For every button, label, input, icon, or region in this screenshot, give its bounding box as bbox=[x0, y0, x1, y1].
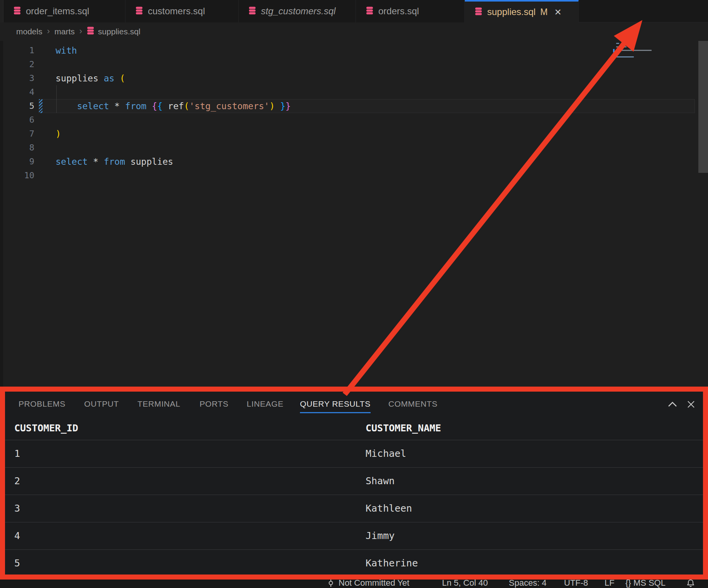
line-number: 1 bbox=[0, 44, 34, 57]
editor-tab-stg_customers-sql[interactable]: stg_customers.sql bbox=[239, 0, 356, 22]
database-icon bbox=[87, 27, 94, 37]
table-cell: Katherine bbox=[366, 549, 418, 577]
code-token: } bbox=[280, 101, 286, 111]
panel-tab-problems[interactable]: PROBLEMS bbox=[19, 392, 66, 416]
code-token: select bbox=[56, 157, 88, 167]
bottom-panel: PROBLEMSOUTPUTTERMINALPORTSLINEAGEQUERY … bbox=[0, 387, 708, 580]
row-separator bbox=[0, 467, 708, 468]
code-token: * bbox=[88, 157, 104, 167]
minimap-line bbox=[616, 46, 627, 47]
table-cell: 4 bbox=[14, 522, 20, 549]
tab-bar-edge bbox=[0, 0, 3, 22]
scrollbar-thumb[interactable] bbox=[698, 41, 708, 173]
tab-label: order_items.sql bbox=[26, 6, 89, 17]
code-token: supplies bbox=[125, 157, 173, 167]
table-cell: Kathleen bbox=[366, 495, 412, 522]
code-token: ( bbox=[120, 73, 125, 83]
panel-tab-comments[interactable]: COMMENTS bbox=[388, 392, 437, 416]
code-token: from bbox=[125, 101, 146, 111]
row-separator bbox=[0, 522, 708, 522]
minimap-line bbox=[616, 50, 652, 51]
code-token: } bbox=[286, 101, 291, 111]
code-token bbox=[56, 101, 77, 111]
editor-tab-customers-sql[interactable]: customers.sql bbox=[125, 0, 239, 22]
code-token: from bbox=[104, 157, 125, 167]
tab-label: orders.sql bbox=[378, 6, 419, 17]
bell-icon bbox=[686, 579, 695, 588]
code-token: ) bbox=[269, 101, 275, 111]
panel-tab-lineage[interactable]: LINEAGE bbox=[247, 392, 283, 416]
code-token: { bbox=[157, 101, 163, 111]
panel-tab-query-results[interactable]: QUERY RESULTS bbox=[300, 392, 371, 416]
tab-label: stg_customers.sql bbox=[261, 6, 335, 17]
database-icon bbox=[366, 7, 373, 16]
modified-badge: M bbox=[540, 7, 547, 17]
table-cell: 3 bbox=[14, 495, 20, 522]
minimap-line bbox=[616, 53, 617, 54]
row-separator bbox=[0, 549, 708, 550]
chevron-up-icon[interactable] bbox=[667, 401, 678, 409]
tab-label: customers.sql bbox=[148, 6, 205, 17]
minimap-modified-marker bbox=[613, 49, 615, 52]
database-icon bbox=[14, 7, 21, 16]
code-token: select bbox=[77, 101, 109, 111]
breadcrumb-item-models[interactable]: models bbox=[16, 27, 42, 36]
line-number: 9 bbox=[0, 155, 34, 169]
database-icon bbox=[475, 7, 482, 17]
code-token: ref bbox=[163, 101, 184, 111]
panel-tab-terminal[interactable]: TERMINAL bbox=[137, 392, 180, 416]
code-token: with bbox=[56, 46, 77, 56]
line-number: 2 bbox=[0, 57, 34, 71]
chevron-right-icon: › bbox=[80, 26, 82, 36]
code-line[interactable]: supplies as ( bbox=[56, 71, 125, 85]
git-modified-gutter-marker bbox=[39, 99, 42, 113]
table-cell: Jimmy bbox=[366, 522, 395, 549]
code-token: * bbox=[109, 101, 125, 111]
editor-tab-order_items-sql[interactable]: order_items.sql bbox=[3, 0, 125, 22]
code-token bbox=[275, 101, 280, 111]
table-cell: 5 bbox=[14, 549, 20, 577]
breadcrumb-item-marts[interactable]: marts bbox=[54, 27, 75, 36]
editor-tab-orders-sql[interactable]: orders.sql bbox=[356, 0, 465, 22]
line-number: 8 bbox=[0, 141, 34, 155]
table-cell: Michael bbox=[366, 440, 406, 467]
code-token: 'stg_customers' bbox=[189, 101, 269, 111]
code-token: supplies bbox=[56, 73, 104, 83]
code-line[interactable]: select * from {{ ref('stg_customers') }} bbox=[56, 99, 291, 113]
table-cell: 1 bbox=[14, 440, 20, 467]
table-cell: Shawn bbox=[366, 467, 395, 495]
line-number: 6 bbox=[0, 113, 34, 127]
minimap-line bbox=[616, 43, 619, 44]
column-header: CUSTOMER_ID bbox=[14, 416, 78, 440]
panel-tab-ports[interactable]: PORTS bbox=[200, 392, 229, 416]
breadcrumb-item-file[interactable]: supplies.sql bbox=[98, 27, 141, 36]
line-number: 10 bbox=[0, 169, 34, 182]
line-number: 3 bbox=[0, 71, 34, 85]
code-line[interactable]: select * from supplies bbox=[56, 155, 173, 169]
code-token bbox=[146, 101, 152, 111]
row-separator bbox=[0, 495, 708, 495]
panel-tab-output[interactable]: OUTPUT bbox=[84, 392, 119, 416]
chevron-right-icon: › bbox=[47, 26, 50, 36]
database-icon bbox=[249, 7, 256, 16]
line-number: 5 bbox=[0, 99, 34, 113]
code-token: ( bbox=[184, 101, 189, 111]
code-line[interactable]: with bbox=[56, 44, 77, 57]
code-token: as bbox=[104, 73, 115, 83]
line-number: 4 bbox=[0, 85, 34, 99]
code-token bbox=[114, 73, 120, 83]
code-line[interactable]: ) bbox=[56, 127, 61, 141]
close-icon[interactable] bbox=[687, 400, 695, 410]
column-header: CUSTOMER_NAME bbox=[366, 416, 441, 440]
close-icon[interactable]: × bbox=[555, 7, 562, 17]
code-token: { bbox=[152, 101, 157, 111]
row-separator bbox=[0, 577, 708, 577]
line-number: 7 bbox=[0, 127, 34, 141]
row-separator bbox=[0, 440, 708, 440]
minimap-line bbox=[616, 56, 634, 57]
code-editor[interactable]: 1with23supplies as (45 select * from {{ … bbox=[0, 41, 708, 387]
database-icon bbox=[136, 7, 143, 16]
editor-tab-supplies-sql[interactable]: supplies.sqlM× bbox=[465, 0, 579, 22]
editor-tab-bar: order_items.sql customers.sql stg_custom… bbox=[0, 0, 708, 22]
table-cell: 2 bbox=[14, 467, 20, 495]
